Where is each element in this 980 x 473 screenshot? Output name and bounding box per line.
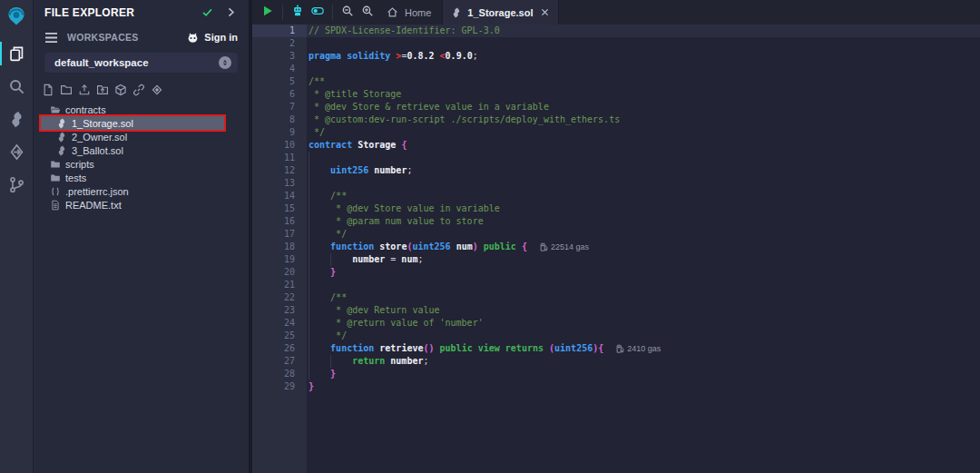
chevron-right-icon[interactable] [223,5,238,20]
remix-ide-window: FILE EXPLORER WORKSPACES Sign in default… [0,0,980,473]
github-sign-in-button[interactable]: Sign in [186,32,238,44]
editor-code-area[interactable]: // SPDX-License-Identifier: GPL-3.0pragm… [307,25,980,473]
workspaces-row: WORKSPACES Sign in [34,29,249,45]
code-line-19[interactable]: number = num; [307,253,980,266]
remix-ai-assistant-icon [291,5,304,21]
code-line-14[interactable]: /** [307,190,980,202]
activity-bar-item-solidity-compiler[interactable] [0,103,33,134]
load-from-url-button[interactable] [132,84,145,99]
zoom-out-button[interactable] [338,0,358,25]
code-line-17[interactable]: */ [307,228,980,241]
line-number: 6 [252,88,307,101]
activity-bar-item-file-explorer[interactable] [0,38,33,69]
line-number: 14 [252,190,307,202]
code-line-25[interactable]: */ [307,330,980,342]
gas-estimate-text: 22514 gas [551,241,589,253]
activity-bar-item-git[interactable] [0,169,33,200]
code-line-22[interactable]: /** [307,291,980,304]
file-tree-item-readme-txt[interactable]: README.txt [41,198,249,212]
code-line-12[interactable]: uint256 number; [307,164,980,177]
code-line-29[interactable]: } [307,380,980,393]
code-line-10[interactable]: contract Storage { [307,139,980,152]
code-line-16[interactable]: * @param num value to store [307,215,980,228]
code-line-7[interactable]: * @dev Store & retrieve value in a varia… [307,101,980,113]
toolbar-separator [332,5,333,20]
file-tree-label: tests [65,172,86,183]
tab-home[interactable]: Home [387,0,431,25]
remix-ai-assistant-button[interactable] [288,0,308,25]
file-tree-label: 3_Ballot.sol [72,145,123,156]
code-line-21[interactable] [307,279,980,291]
line-number: 22 [252,291,307,304]
code-line-26[interactable]: function retrieve() public view returns … [307,342,980,355]
line-number: 16 [252,215,307,228]
activity-bar-item-remix-logo [0,0,33,33]
upload-files-button[interactable] [77,84,91,99]
code-line-15[interactable]: * @dev Store value in variable [307,202,980,215]
create-new-file-button[interactable] [41,84,54,99]
code-line-13[interactable] [307,177,980,190]
code-line-27[interactable]: return number; [307,355,980,368]
file-tree-label: .prettierrc.json [65,186,129,197]
publish-to-ipfs-button[interactable] [113,84,127,99]
ai-copilot-toggle-button[interactable] [308,0,328,25]
file-tree-item-1-storage-sol[interactable]: 1_Storage.sol [41,116,224,130]
file-tree-label: contracts [65,104,106,115]
code-line-8[interactable]: * @custom:dev-run-script ./scripts/deplo… [307,113,980,126]
code-line-6[interactable]: * @title Storage [307,88,980,101]
update-imports-button[interactable] [150,84,163,99]
code-line-23[interactable]: * @dev Return value [307,304,980,317]
code-line-1[interactable]: // SPDX-License-Identifier: GPL-3.0 [307,25,980,37]
run-script-icon [261,5,274,21]
code-line-2[interactable] [307,37,980,50]
file-tree-item--prettierrc-json[interactable]: .prettierrc.json [41,184,249,198]
file-tree: contracts1_Storage.sol2_Owner.sol3_Ballo… [34,103,249,212]
code-line-4[interactable] [307,63,980,75]
line-number: 11 [252,152,307,164]
remix-logo-icon [5,5,27,27]
zoom-out-icon [341,5,354,21]
line-number: 23 [252,304,307,317]
code-line-5[interactable]: /** [307,75,980,88]
folder-open-icon [50,104,61,115]
activity-bar-item-search-in-files[interactable] [0,71,33,102]
file-tree-item-contracts[interactable]: contracts [41,103,249,116]
line-number: 21 [252,279,307,291]
zoom-in-button[interactable] [358,0,377,25]
file-tree-item-2-owner-sol[interactable]: 2_Owner.sol [41,130,249,143]
file-tree-item-tests[interactable]: tests [41,171,249,184]
close-tab-icon[interactable] [540,7,550,17]
upload-folder-button[interactable] [95,84,109,99]
gas-estimate-badge: 2410 gas [616,342,661,355]
file-tree-item-scripts[interactable]: scripts [41,157,249,171]
tab-1-storage-sol[interactable]: 1_Storage.sol [442,0,559,25]
create-new-folder-icon [60,84,73,100]
activity-bar-item-deploy-and-run[interactable] [0,136,33,167]
file-tree-item-3-ballot-sol[interactable]: 3_Ballot.sol [41,143,249,157]
code-line-11[interactable] [307,152,980,164]
code-editor[interactable]: 1234567891011121314151617181920212223242… [252,25,980,473]
create-new-file-icon [42,84,54,100]
workspace-ok-check-icon[interactable] [200,5,214,20]
file-tree-label: 1_Storage.sol [72,118,133,129]
code-line-28[interactable]: } [307,368,980,380]
code-line-3[interactable]: pragma solidity >=0.8.2 <0.9.0; [307,50,980,63]
create-new-folder-button[interactable] [59,84,73,99]
open-tabs: 1_Storage.sol [442,0,559,25]
load-from-url-icon [132,84,145,100]
run-script-button[interactable] [258,0,278,25]
workspace-selected-value: default_workspace [54,57,219,68]
code-line-9[interactable]: */ [307,126,980,139]
workspace-select-dropdown[interactable]: default_workspace [44,53,238,73]
line-number: 8 [252,113,307,126]
line-number: 2 [252,37,307,50]
toolbar-separator [282,5,283,20]
editor-region: Home 1_Storage.sol 123456789101112131415… [252,0,980,473]
line-number: 27 [252,355,307,368]
code-line-24[interactable]: * @return value of 'number' [307,317,980,330]
code-line-20[interactable]: } [307,266,980,279]
line-number: 28 [252,368,307,380]
line-number: 12 [252,164,307,177]
hamburger-menu-icon[interactable] [44,31,59,44]
code-line-18[interactable]: function store(uint256 num) public {2251… [307,241,980,253]
